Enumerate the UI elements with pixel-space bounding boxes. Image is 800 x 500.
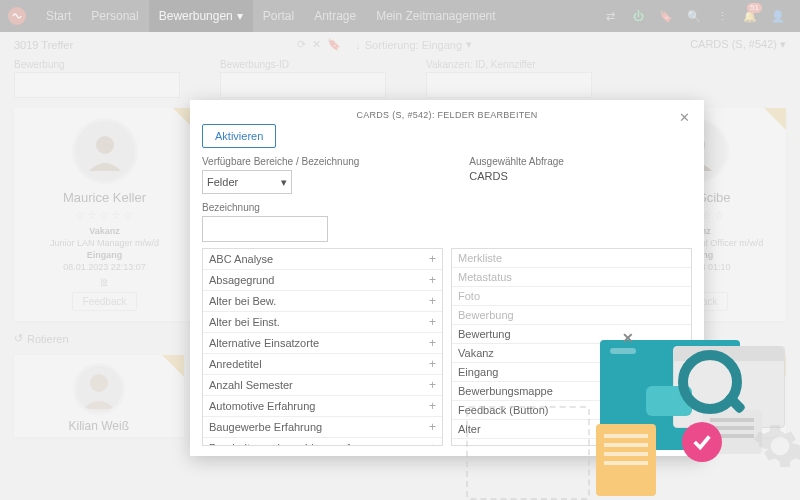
list-item[interactable]: Baugewerbe Erfahrung+ — [203, 417, 442, 438]
bezeichnung-label: Bezeichnung — [202, 202, 692, 213]
selected-query-value: CARDS — [469, 170, 564, 182]
list-item[interactable]: Metastatus — [452, 268, 691, 287]
list-item[interactable]: Merkliste — [452, 249, 691, 268]
list-item[interactable]: Absagegrund+ — [203, 270, 442, 291]
list-item[interactable]: Anzahl Semester+ — [203, 375, 442, 396]
list-item[interactable]: Bewerbungsmappe — [452, 382, 691, 401]
edit-fields-modal: CARDS (S, #542): FELDER BEARBEITEN ✕ Akt… — [190, 100, 704, 456]
chevron-down-icon: ▾ — [281, 176, 287, 189]
add-icon[interactable]: + — [429, 420, 436, 434]
add-icon[interactable]: + — [429, 336, 436, 350]
list-item[interactable]: Eingang — [452, 363, 691, 382]
list-item[interactable]: Alternative Einsatzorte+ — [203, 333, 442, 354]
list-item[interactable]: Feedback (Button) — [452, 401, 691, 420]
bezeichnung-input[interactable] — [202, 216, 328, 242]
list-item[interactable]: ABC Analyse+ — [203, 249, 442, 270]
selected-query-label: Ausgewählte Abfrage — [469, 156, 564, 167]
list-item[interactable]: Vakanz — [452, 344, 691, 363]
modal-title: CARDS (S, #542): FELDER BEARBEITEN ✕ — [202, 110, 692, 120]
add-icon[interactable]: + — [429, 294, 436, 308]
selected-fields-list[interactable]: MerklisteMetastatusFotoBewerbungBewertun… — [451, 248, 692, 446]
add-icon[interactable]: + — [429, 315, 436, 329]
add-icon[interactable]: + — [429, 273, 436, 287]
list-item[interactable]: Anredetitel+ — [203, 354, 442, 375]
close-icon[interactable]: ✕ — [675, 108, 694, 127]
list-item[interactable]: Alter — [452, 420, 691, 439]
add-icon[interactable]: + — [429, 399, 436, 413]
list-item[interactable]: Alter bei Einst.+ — [203, 312, 442, 333]
add-icon[interactable]: + — [429, 441, 436, 446]
list-item[interactable]: Foto — [452, 287, 691, 306]
list-item[interactable]: Bewertung — [452, 325, 691, 344]
list-item[interactable]: Bearbeitungsdauer bis zum 1.+ — [203, 438, 442, 446]
available-fields-label: Verfügbare Bereiche / Bezeichnung — [202, 156, 359, 167]
available-fields-list[interactable]: ABC Analyse+Absagegrund+Alter bei Bew.+A… — [202, 248, 443, 446]
fields-select[interactable]: Felder▾ — [202, 170, 292, 194]
add-icon[interactable]: + — [429, 378, 436, 392]
list-item[interactable]: Alter bei Bew.+ — [203, 291, 442, 312]
add-icon[interactable]: + — [429, 252, 436, 266]
list-item[interactable]: Automotive Erfahrung+ — [203, 396, 442, 417]
add-icon[interactable]: + — [429, 357, 436, 371]
list-item[interactable]: Bewerbung — [452, 306, 691, 325]
activate-button[interactable]: Aktivieren — [202, 124, 276, 148]
